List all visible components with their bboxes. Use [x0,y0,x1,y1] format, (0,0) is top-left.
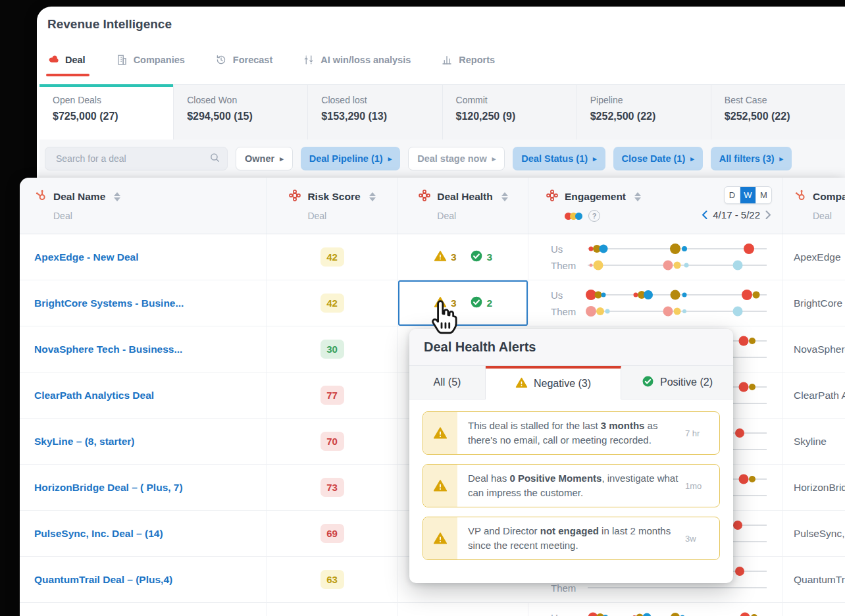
alert-text: Deal has 0 Positive Moments, investigate… [457,465,685,507]
column-header-engagement[interactable]: Engagement ? D W M 4/17 - 5/22 [528,178,783,234]
deal-name-link[interactable]: PulseSync, Inc. Deal – (14) [34,528,163,540]
column-header-deal-name[interactable]: Deal Name Deal [20,178,267,234]
top-panel: Revenue Intelligence Deal Companies Fore… [37,7,845,178]
reports-icon [441,54,453,66]
tab-reports[interactable]: Reports [441,54,495,66]
company-name[interactable]: QuantumTrail [794,574,845,586]
company-name[interactable]: PulseSync, Inc. [794,528,845,540]
date-range-label: 4/17 - 5/22 [713,209,760,220]
deal-name-link[interactable]: QuantumTrail Deal – (Plus,4) [34,574,172,586]
popup-tab-positive[interactable]: Positive (2) [621,366,733,399]
deal-name-link[interactable]: HorizonBridge Deal – ( Plus, 7) [34,482,183,494]
column-header-company[interactable]: Company Deal [783,178,845,234]
toggle-day[interactable]: D [725,187,740,203]
filter-owner[interactable]: Owner ▸ [236,147,293,170]
risk-score-badge: 77 [320,386,344,405]
caret-icon: ▸ [690,155,694,163]
popup-tab-all[interactable]: All (5) [409,366,486,399]
check-icon [642,375,654,390]
card-value: $153,290 (13) [321,111,442,122]
risk-score-badge: 63 [320,570,344,589]
company-name[interactable]: HorizonBridge [794,482,845,494]
card-commit[interactable]: Commit $120,250 (9) [443,85,577,140]
filter-deal-status[interactable]: Deal Status (1) ▸ [513,147,605,170]
caret-icon: ▸ [593,155,597,163]
engagement-dot [674,262,681,269]
deal-icon [47,54,59,66]
column-subtitle: Deal [437,211,507,221]
card-label: Pipeline [590,95,711,105]
column-subtitle: Deal [307,211,375,221]
sort-icon[interactable] [501,192,508,201]
card-best-case[interactable]: Best Case $252,500 (22) [711,85,845,140]
toggle-month[interactable]: M [756,187,771,203]
companies-icon [116,54,128,66]
chevron-right-icon[interactable] [765,210,772,220]
engagement-dot [596,307,604,315]
company-name[interactable]: NovaSphere Tech [794,344,845,355]
deal-name-link[interactable]: SkyLine – (8, starter) [34,436,134,448]
risk-score-badge: 69 [320,524,344,543]
company-name[interactable]: Skyline [794,436,827,448]
column-header-risk-score[interactable]: Risk Score Deal [267,178,398,234]
deal-health-cell[interactable] [398,603,528,616]
legend-dot-blue [575,213,582,220]
card-label: Closed lost [321,95,442,105]
card-value: $294,500 (15) [187,111,307,122]
company-name[interactable]: BrightCore Systems [794,297,845,309]
risk-score-badge: 30 [320,340,344,359]
tab-companies[interactable]: Companies [116,54,185,66]
engagement-dot [733,261,743,270]
help-icon[interactable]: ? [588,210,600,222]
sort-icon[interactable] [634,192,641,201]
column-header-deal-health[interactable]: Deal Health Deal [398,178,528,234]
deal-health-cell-selected[interactable]: 3 2 [398,280,528,326]
engagement-dot [600,245,608,253]
engagement-dot [733,521,742,530]
card-label: Open Deals [53,95,173,105]
sort-icon[interactable] [369,192,376,201]
hand-cursor-icon [425,300,461,340]
engagement-dot [749,476,755,482]
deal-search-box[interactable] [45,147,228,170]
card-closed-lost[interactable]: Closed lost $153,290 (13) [308,85,442,140]
deal-health-cell[interactable]: 3 3 [398,234,528,280]
tab-forecast[interactable]: Forecast [215,54,272,66]
company-name[interactable]: ApexEdge [794,251,841,263]
popup-tab-negative[interactable]: Negative (3) [486,366,621,399]
sort-icon[interactable] [114,192,120,201]
tab-deal[interactable]: Deal [47,54,86,66]
deal-name-link[interactable]: NovaSphere Tech - Business... [34,344,182,355]
card-pipeline[interactable]: Pipeline $252,500 (22) [577,85,711,140]
toggle-week[interactable]: W [740,187,756,203]
deal-name-link[interactable]: BrightCore Systems - Busine... [34,297,184,309]
warning-icon [423,517,457,559]
chevron-left-icon[interactable] [701,210,708,220]
deal-name-link[interactable]: ApexEdge - New Deal [34,251,139,263]
engagement-timeline-us [588,242,767,256]
engagement-dot [602,293,606,297]
table-header: Deal Name Deal Risk Score Deal [20,178,845,234]
company-name[interactable]: ClearPath Analytics [794,390,845,401]
engagement-dot [644,290,653,299]
forecast-clock-icon [215,54,227,66]
filter-all-filters[interactable]: All filters (3) ▸ [711,147,792,170]
tab-ai-winloss[interactable]: AI win/loss analysis [303,54,411,66]
engagement-dot [738,382,748,392]
engagement-dot [744,244,754,254]
deal-name-link[interactable]: ClearPath Analytics Deal [34,390,154,401]
alert-timestamp: 1mo [685,465,719,507]
search-input[interactable] [55,153,209,165]
risk-score-badge: 42 [320,294,344,313]
card-value: $725,000 (27) [53,111,173,122]
card-closed-won[interactable]: Closed Won $294,500 (15) [174,85,308,140]
filter-deal-stage[interactable]: Deal stage now ▸ [408,147,505,170]
them-label: Them [551,582,588,594]
caret-icon: ▸ [492,155,496,163]
alert-card: This deal is stalled for the last 3 mont… [423,411,720,455]
filter-close-date[interactable]: Close Date (1) ▸ [613,147,703,170]
engagement-timeline-them [588,258,767,272]
engagement-dot [663,261,673,270]
filter-deal-pipeline[interactable]: Deal Pipeline (1) ▸ [301,147,401,170]
card-open-deals[interactable]: Open Deals $725,000 (27) [39,85,174,140]
